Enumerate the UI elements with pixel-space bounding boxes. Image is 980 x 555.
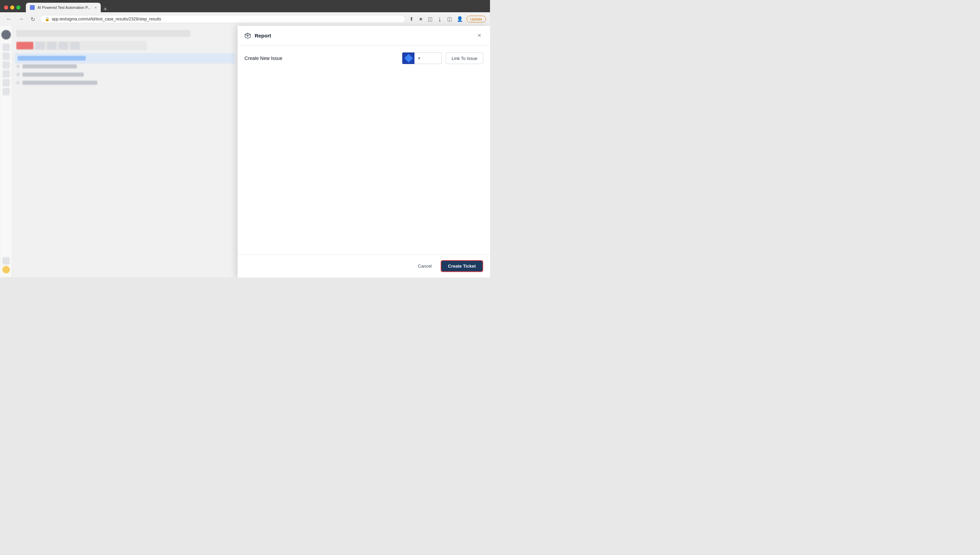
toolbar-item-gray-3 (59, 42, 68, 50)
dropdown-caret-icon: ▼ (417, 56, 421, 60)
address-bar[interactable]: 🔒 app.testsigma.com/ui/td/test_case_resu… (40, 15, 405, 23)
toolbar-item-red (16, 42, 34, 50)
active-tab[interactable]: AI Powered Test Automation P... × (26, 3, 101, 12)
refresh-button[interactable]: ↻ (29, 15, 37, 23)
minimize-window-button[interactable] (10, 5, 14, 10)
sidebar-icon-2 (2, 53, 10, 60)
maximize-window-button[interactable] (16, 5, 21, 10)
nav-actions: ⬆ ★ ◫ ⭳ ◫ 👤 Update (408, 15, 486, 23)
new-tab-button[interactable]: + (101, 6, 110, 12)
step-row-3 (16, 71, 233, 79)
sidebar-icon-3 (2, 61, 10, 69)
url-text: app.testsigma.com/ui/td/test_case_result… (52, 17, 161, 21)
sidebar-icon-4 (2, 70, 10, 78)
step-dot-2 (16, 65, 20, 68)
browser-navbar: ← → ↻ 🔒 app.testsigma.com/ui/td/test_cas… (0, 12, 490, 26)
report-dialog: Report × Create New Issue ▼ Link To Issu… (238, 26, 490, 278)
sidebar (0, 26, 12, 278)
dialog-body: Create New Issue ▼ Link To Issue (238, 46, 490, 254)
jira-select-wrapper: ▼ (402, 53, 442, 64)
dialog-close-button[interactable]: × (475, 31, 483, 40)
close-window-button[interactable] (4, 5, 8, 10)
sidebar-icon-6 (2, 88, 10, 95)
dialog-title: Report (254, 33, 475, 38)
app-container: Report × Create New Issue ▼ Link To Issu… (0, 26, 490, 278)
create-ticket-button[interactable]: Create Ticket (441, 260, 483, 272)
sidebar-bottom-icon (2, 266, 10, 273)
step-text-2 (22, 64, 77, 69)
toolbar-item-gray-2 (47, 42, 56, 50)
download-button[interactable]: ⭳ (436, 16, 444, 23)
link-to-issue-button[interactable]: Link To Issue (446, 53, 483, 64)
jira-icon-box (402, 53, 414, 64)
sidebar-icon-1 (2, 43, 10, 51)
step-text-4 (22, 81, 98, 85)
breadcrumb-bg (16, 30, 190, 37)
cancel-button[interactable]: Cancel (412, 261, 437, 271)
sidebar-avatar (2, 30, 11, 40)
tab-favicon (30, 5, 35, 10)
dialog-footer: Cancel Create Ticket (238, 254, 490, 278)
dialog-header: Report × (238, 26, 490, 46)
bookmark-button[interactable]: ★ (417, 15, 424, 23)
sidebar-button[interactable]: ◫ (446, 15, 453, 23)
jira-dropdown-button[interactable]: ▼ (414, 53, 442, 64)
extensions-button[interactable]: ◫ (426, 15, 434, 23)
tab-close-button[interactable]: × (94, 6, 97, 10)
toolbar-bg (16, 41, 147, 50)
report-icon (244, 32, 251, 39)
update-button[interactable]: Update (467, 16, 486, 22)
forward-button[interactable]: → (16, 15, 26, 23)
background-panel (0, 26, 238, 278)
main-content-bg (12, 26, 238, 278)
create-new-issue-label: Create New Issue (244, 56, 282, 61)
issue-row: Create New Issue ▼ Link To Issue (244, 53, 483, 64)
lock-icon: 🔒 (45, 17, 50, 21)
jira-diamond-icon (404, 54, 413, 62)
back-button[interactable]: ← (4, 15, 14, 23)
step-text-1 (18, 56, 86, 61)
tab-title: AI Powered Test Automation P... (37, 5, 91, 10)
window-controls (4, 5, 21, 10)
browser-chrome: AI Powered Test Automation P... × + ← → … (0, 0, 490, 26)
profile-button[interactable]: 👤 (455, 15, 464, 23)
step-row-4 (16, 79, 233, 87)
sidebar-icon-5 (2, 79, 10, 87)
step-dot-4 (16, 81, 20, 85)
step-row-2 (16, 62, 233, 71)
step-dot-3 (16, 73, 20, 76)
step-text-3 (22, 72, 84, 77)
browser-titlebar: AI Powered Test Automation P... × + (0, 0, 490, 12)
sidebar-icon-7 (2, 257, 10, 265)
toolbar-item-gray-1 (35, 42, 45, 50)
share-button[interactable]: ⬆ (408, 15, 415, 23)
tab-bar: AI Powered Test Automation P... × + (26, 3, 110, 12)
toolbar-item-gray-4 (70, 42, 80, 50)
